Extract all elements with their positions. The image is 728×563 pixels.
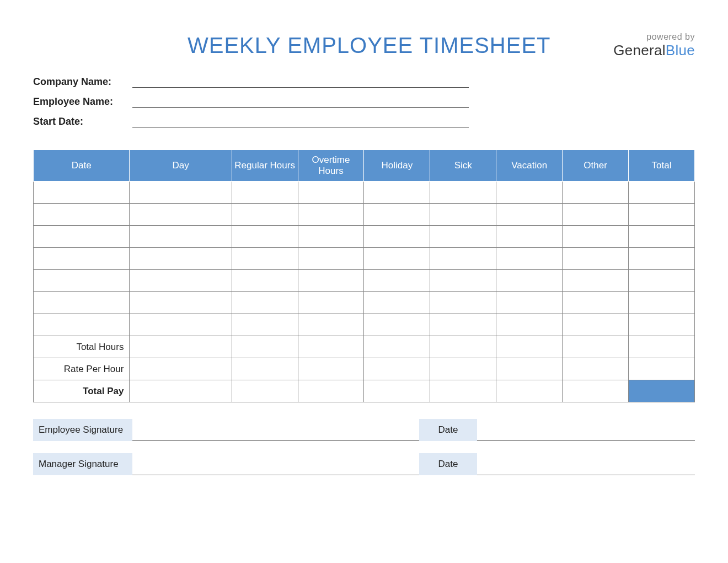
col-vacation: Vacation: [496, 150, 563, 182]
start-date-input[interactable]: [132, 115, 469, 128]
total-hours-row: Total Hours: [34, 336, 695, 358]
timesheet-table: Date Day Regular Hours Overtime Hours Ho…: [33, 150, 695, 402]
cell-holiday[interactable]: [364, 314, 430, 336]
cell-day[interactable]: [130, 204, 232, 226]
cell-vacation[interactable]: [496, 292, 563, 314]
cell-regular[interactable]: [232, 248, 298, 270]
cell-vacation[interactable]: [496, 314, 563, 336]
cell-overtime[interactable]: [298, 182, 364, 204]
table-row: [34, 248, 695, 270]
manager-signature-date-input[interactable]: [477, 453, 695, 475]
total-pay-label: Total Pay: [34, 380, 130, 402]
cell-total[interactable]: [629, 292, 695, 314]
total-hours-label: Total Hours: [34, 336, 130, 358]
manager-signature-input[interactable]: [132, 453, 419, 475]
employee-signature-input[interactable]: [132, 419, 419, 441]
table-row: [34, 270, 695, 292]
cell-other[interactable]: [563, 204, 629, 226]
col-total: Total: [629, 150, 695, 182]
cell-date[interactable]: [34, 226, 130, 248]
col-other: Other: [563, 150, 629, 182]
cell-other[interactable]: [563, 182, 629, 204]
cell-vacation[interactable]: [496, 248, 563, 270]
col-day: Day: [130, 150, 232, 182]
cell-date[interactable]: [34, 270, 130, 292]
col-overtime: Overtime Hours: [298, 150, 364, 182]
cell-date[interactable]: [34, 314, 130, 336]
cell-day[interactable]: [130, 248, 232, 270]
cell-regular[interactable]: [232, 314, 298, 336]
cell-overtime[interactable]: [298, 204, 364, 226]
table-row: [34, 314, 695, 336]
cell-day[interactable]: [130, 292, 232, 314]
employee-name-input[interactable]: [132, 95, 469, 108]
cell-regular[interactable]: [232, 292, 298, 314]
cell-overtime[interactable]: [298, 270, 364, 292]
table-row: [34, 226, 695, 248]
cell-regular[interactable]: [232, 204, 298, 226]
signature-section: Employee Signature Date Manager Signatur…: [33, 419, 695, 475]
cell-sick[interactable]: [430, 204, 496, 226]
cell-regular[interactable]: [232, 226, 298, 248]
cell-total[interactable]: [629, 204, 695, 226]
cell-day[interactable]: [130, 182, 232, 204]
cell-holiday[interactable]: [364, 270, 430, 292]
cell-total[interactable]: [629, 270, 695, 292]
cell-vacation[interactable]: [496, 226, 563, 248]
cell-sick[interactable]: [430, 182, 496, 204]
cell-total[interactable]: [629, 248, 695, 270]
cell-holiday[interactable]: [364, 226, 430, 248]
cell-vacation[interactable]: [496, 182, 563, 204]
cell-regular[interactable]: [232, 182, 298, 204]
cell-date[interactable]: [34, 182, 130, 204]
brand-powered: powered by: [613, 32, 695, 42]
cell-other[interactable]: [563, 292, 629, 314]
cell-day[interactable]: [130, 226, 232, 248]
brand-block: powered by GeneralBlue: [613, 32, 695, 59]
manager-signature-date-label: Date: [419, 453, 477, 475]
cell-sick[interactable]: [430, 270, 496, 292]
cell-total[interactable]: [629, 314, 695, 336]
col-holiday: Holiday: [364, 150, 430, 182]
cell-sick[interactable]: [430, 292, 496, 314]
cell-overtime[interactable]: [298, 248, 364, 270]
cell-sick[interactable]: [430, 226, 496, 248]
cell-other[interactable]: [563, 314, 629, 336]
col-sick: Sick: [430, 150, 496, 182]
cell-vacation[interactable]: [496, 204, 563, 226]
cell-date[interactable]: [34, 204, 130, 226]
cell-other[interactable]: [563, 226, 629, 248]
cell-other[interactable]: [563, 270, 629, 292]
cell-holiday[interactable]: [364, 292, 430, 314]
cell-overtime[interactable]: [298, 292, 364, 314]
col-regular: Regular Hours: [232, 150, 298, 182]
company-name-input[interactable]: [132, 76, 469, 88]
cell-vacation[interactable]: [496, 270, 563, 292]
cell-holiday[interactable]: [364, 204, 430, 226]
cell-holiday[interactable]: [364, 182, 430, 204]
employee-signature-label: Employee Signature: [33, 419, 132, 441]
cell-total[interactable]: [629, 226, 695, 248]
cell-total[interactable]: [629, 182, 695, 204]
cell-sick[interactable]: [430, 314, 496, 336]
employee-name-label: Employee Name:: [33, 96, 132, 108]
cell-overtime[interactable]: [298, 226, 364, 248]
table-header-row: Date Day Regular Hours Overtime Hours Ho…: [34, 150, 695, 182]
cell-other[interactable]: [563, 248, 629, 270]
cell-date[interactable]: [34, 248, 130, 270]
cell-regular[interactable]: [232, 270, 298, 292]
employee-signature-date-label: Date: [419, 419, 477, 441]
brand-name-general: General: [613, 42, 666, 59]
cell-date[interactable]: [34, 292, 130, 314]
total-pay-row: Total Pay: [34, 380, 695, 402]
employee-signature-date-input[interactable]: [477, 419, 695, 441]
cell-holiday[interactable]: [364, 248, 430, 270]
cell-day[interactable]: [130, 314, 232, 336]
manager-signature-label: Manager Signature: [33, 453, 132, 475]
start-date-label: Start Date:: [33, 116, 132, 128]
cell-overtime[interactable]: [298, 314, 364, 336]
rate-per-hour-label: Rate Per Hour: [34, 358, 130, 380]
cell-sick[interactable]: [430, 248, 496, 270]
cell-day[interactable]: [130, 270, 232, 292]
page-title: WEEKLY EMPLOYEE TIMESHEET: [188, 33, 551, 58]
